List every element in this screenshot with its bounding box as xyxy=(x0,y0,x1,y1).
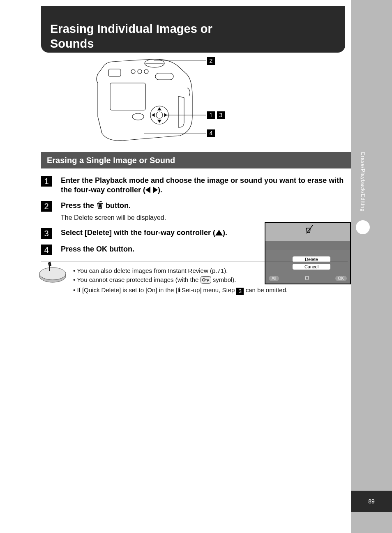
page-content: Erasing Individual Images or Sounds xyxy=(41,6,351,298)
right-margin-column xyxy=(351,0,392,533)
memo-block: • You can also delete images from Instan… xyxy=(41,261,348,298)
step-number: 4 xyxy=(41,245,52,255)
memo-bullet-1: • You can also delete images from Instan… xyxy=(73,266,344,275)
step-3-heading: Select [Delete] with the four-way contro… xyxy=(61,228,255,238)
section-side-label: Erase/Playback/Editing xyxy=(357,152,366,212)
camera-callout-lines xyxy=(41,53,345,151)
svg-point-11 xyxy=(39,268,66,280)
step-4-heading: Press the OK button. xyxy=(61,245,255,254)
lcd-buildings xyxy=(265,241,350,250)
lcd-trash-slash-icon xyxy=(304,225,314,236)
step-2-body: The Delete screen will be displayed. xyxy=(61,213,255,222)
four-way-up-icon xyxy=(215,230,223,235)
step-1-heading-post: ). xyxy=(158,186,162,194)
step-number: 3 xyxy=(41,228,52,239)
step-1: 1 Enter the Playback mode and choose the… xyxy=(41,176,348,195)
memo-step-ref: 3 xyxy=(236,288,244,295)
step-2-heading-pre: Press the xyxy=(61,201,96,210)
camera-diagram-area: 2 1 3 4 xyxy=(41,53,345,151)
trash-icon xyxy=(96,201,104,212)
section-heading: Erasing a Single Image or Sound xyxy=(41,152,351,168)
diagram-callout-2: 2 xyxy=(207,57,215,65)
step-1-heading: Enter the Playback mode and choose the i… xyxy=(61,176,348,195)
page-title-line2: Sounds xyxy=(50,36,345,51)
step-number: 1 xyxy=(41,176,52,187)
page-title-line1: Erasing Individual Images or xyxy=(50,21,345,36)
memo-pin-icon xyxy=(36,261,68,286)
diagram-callout-4: 4 xyxy=(207,129,215,137)
page-number: 89 xyxy=(351,491,392,512)
step-3-heading-post: ). xyxy=(223,228,227,237)
step-1-heading-pre: Enter the Playback mode and choose the i… xyxy=(61,176,344,194)
step-2-heading-post: button. xyxy=(106,201,131,210)
step-number: 2 xyxy=(41,201,52,212)
thumb-index-tab xyxy=(356,220,370,234)
step-2: 2 Press the button. The Delete screen wi… xyxy=(41,201,255,222)
step-4: 4 Press the OK button. xyxy=(41,245,255,255)
diagram-callout-3: 3 xyxy=(217,111,225,119)
step-2-heading: Press the button. xyxy=(61,201,255,212)
four-way-left-right-icon xyxy=(145,187,158,193)
step-3: 3 Select [Delete] with the four-way cont… xyxy=(41,228,255,239)
steps-list: 1 Enter the Playback mode and choose the… xyxy=(41,176,351,298)
diagram-callout-1: 1 xyxy=(207,111,215,119)
protect-key-icon xyxy=(201,276,211,286)
step-3-heading-pre: Select [Delete] with the four-way contro… xyxy=(61,228,215,237)
page-title-banner: Erasing Individual Images or Sounds xyxy=(41,6,345,53)
memo-bullet-3: • If [Quick Delete] is set to [On] in th… xyxy=(73,286,344,295)
memo-text: • You can also delete images from Instan… xyxy=(73,266,344,295)
memo-bullet-2: • You cannot erase protected images (wit… xyxy=(73,275,344,286)
